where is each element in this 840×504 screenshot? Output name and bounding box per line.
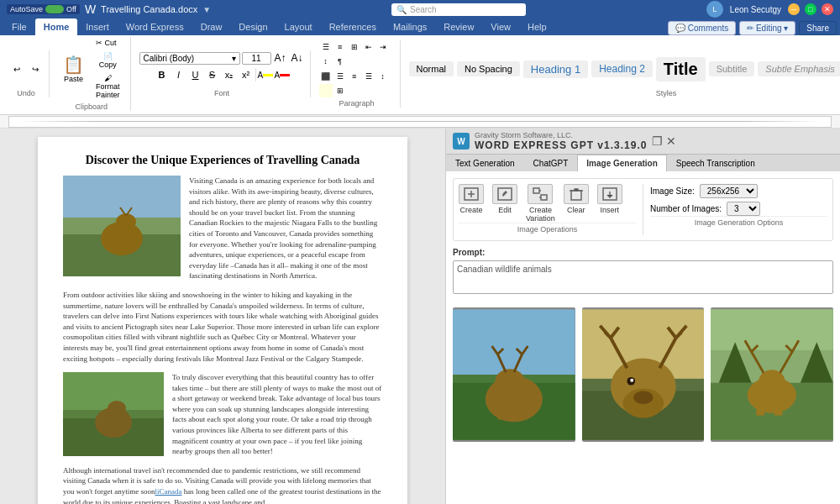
gpt-close-button[interactable]: ✕ (666, 134, 676, 148)
align-left-button[interactable]: ⬛ (319, 70, 333, 83)
font-family-value: Calibri (Body) (144, 54, 195, 63)
clear-op-button[interactable]: Clear (564, 184, 589, 214)
gpt-title-bar: W Gravity Storm Software, LLC. WORD EXPR… (446, 129, 840, 155)
gpt-tab-text-generation[interactable]: Text Generation (446, 155, 524, 171)
autosave-toggle[interactable] (45, 5, 64, 13)
list-multi-button[interactable]: ⊞ (348, 40, 361, 54)
svg-point-34 (630, 379, 633, 382)
gpt-resize-button[interactable]: ❐ (652, 134, 663, 148)
superscript-button[interactable]: x² (239, 67, 254, 82)
svg-rect-38 (711, 309, 833, 350)
tab-draw[interactable]: Draw (192, 18, 231, 35)
font-size-input[interactable]: 11 (242, 52, 271, 65)
tab-help[interactable]: Help (519, 18, 555, 35)
indent-decrease-button[interactable]: ⇤ (362, 40, 375, 54)
italic-button[interactable]: I (171, 67, 186, 82)
show-marks-button[interactable]: ¶ (333, 55, 347, 68)
tab-review[interactable]: Review (435, 18, 482, 35)
insert-op-button[interactable]: Insert (597, 184, 622, 214)
create-variation-op-button[interactable]: CreateVariation (526, 184, 555, 223)
main-area: Discover the Unique Experiences of Trave… (0, 129, 840, 504)
tab-design[interactable]: Design (230, 18, 276, 35)
justify-button[interactable]: ☰ (362, 70, 375, 83)
style-heading1-button[interactable]: Heading 1 (523, 60, 588, 78)
strikethrough-button[interactable]: S (205, 67, 220, 82)
tab-mailings[interactable]: Mailings (385, 18, 435, 35)
tab-layout[interactable]: Layout (276, 18, 321, 35)
styles-label: Styles (656, 89, 677, 97)
style-no-spacing-button[interactable]: No Spacing (457, 61, 520, 76)
borders-button[interactable]: ⊞ (333, 84, 347, 97)
doc-text-2: From outdoor activities like skiing and … (63, 290, 382, 364)
font-group: Calibri (Body) ▾ 11 A↑ A↓ B I U S x₂ x² (134, 50, 311, 97)
redo-button[interactable]: ↪ (27, 63, 44, 76)
generated-image-2 (582, 307, 705, 442)
clipboard-extra: ✂ Cut 📄 Copy 🖌 Format Painter (91, 37, 125, 101)
undo-group: ↩ ↪ Undo (3, 50, 50, 97)
doc-link[interactable]: liCanada (155, 487, 181, 496)
comments-button[interactable]: 💬 Comments (668, 21, 736, 35)
image-size-row: Image Size: 256x256 (650, 184, 827, 198)
search-bar[interactable]: 🔍 Search (391, 3, 526, 16)
editing-button[interactable]: ✏ Editing ▾ (739, 21, 795, 35)
tab-file[interactable]: File (3, 18, 35, 35)
shading-button[interactable] (319, 84, 333, 97)
gpt-tab-speech[interactable]: Speech Transcription (667, 155, 764, 171)
doc-text-4: Although international travel isn't reco… (63, 465, 382, 504)
styles-section: Normal No Spacing Heading 1 Heading 2 Ti… (409, 57, 840, 81)
doc-name: Travelling Canada.docx (101, 4, 197, 14)
align-right-button[interactable]: ≡ (348, 70, 361, 83)
align-center-button[interactable]: ☰ (333, 70, 347, 83)
font-grow-button[interactable]: A↑ (273, 50, 288, 66)
prompt-input[interactable]: Canadian wildlife animals (453, 260, 833, 294)
create-op-icon (459, 184, 484, 204)
style-subtitle-button[interactable]: Subtitle (709, 61, 755, 76)
style-title-button[interactable]: Title (656, 57, 706, 81)
ruler (8, 116, 832, 128)
tab-references[interactable]: References (321, 18, 385, 35)
maximize-button[interactable]: □ (805, 3, 816, 15)
line-spacing-button[interactable]: ↕ (376, 70, 390, 83)
font-color-button[interactable]: A (275, 67, 290, 82)
bold-button[interactable]: B (155, 67, 170, 82)
ribbon-tab-bar: File Home Insert Word Express Draw Desig… (0, 18, 840, 35)
format-painter-button[interactable]: 🖌 Format Painter (91, 72, 125, 101)
tab-home[interactable]: Home (35, 18, 78, 35)
num-images-select[interactable]: 3 (727, 202, 760, 216)
undo-buttons: ↩ ↪ (8, 50, 44, 87)
ribbon-content: ↩ ↪ Undo 📋 Paste ✂ Cut 📄 Copy 🖌 Format P… (0, 35, 840, 115)
tab-view[interactable]: View (482, 18, 519, 35)
tab-insert[interactable]: Insert (77, 18, 118, 35)
gpt-tab-image-generation[interactable]: Image Generation (577, 155, 666, 171)
create-op-button[interactable]: Create (459, 184, 484, 214)
undo-button[interactable]: ↩ (8, 63, 25, 76)
autosave-badge[interactable]: AutoSave Off (7, 4, 80, 14)
create-variation-label: CreateVariation (526, 206, 555, 223)
subscript-button[interactable]: x₂ (222, 67, 237, 82)
font-shrink-button[interactable]: A↓ (290, 50, 305, 66)
image-gen-opts: Image Size: 256x256 Number of Images: 3 (650, 184, 827, 216)
font-family-selector[interactable]: Calibri (Body) ▾ (139, 52, 240, 65)
style-normal-button[interactable]: Normal (409, 61, 454, 76)
gpt-tab-chatgpt[interactable]: ChatGPT (524, 155, 578, 171)
user-name: Leon Secutgy (730, 5, 781, 14)
tab-word-express[interactable]: Word Express (118, 18, 192, 35)
style-heading2-button[interactable]: Heading 2 (591, 60, 653, 77)
list-bullets-button[interactable]: ☰ (319, 40, 333, 54)
copy-button[interactable]: 📄 Copy (91, 50, 125, 71)
style-subtle-emphasis-button[interactable]: Subtle Emphasis (758, 61, 840, 76)
gpt-company: Gravity Storm Software, LLC. (475, 131, 647, 139)
edit-op-button[interactable]: Edit (492, 184, 517, 214)
sort-button[interactable]: ↕ (319, 55, 333, 68)
close-button[interactable]: ✕ (822, 3, 833, 15)
list-numbers-button[interactable]: ≡ (333, 40, 347, 54)
share-button[interactable]: Share (799, 21, 837, 35)
underline-button[interactable]: U (188, 67, 203, 82)
document-scroll[interactable]: Discover the Unique Experiences of Trave… (0, 129, 445, 504)
paste-button[interactable]: 📋 Paste (58, 53, 89, 85)
highlight-button[interactable]: A (258, 67, 273, 82)
indent-increase-button[interactable]: ⇥ (376, 40, 390, 54)
image-size-select[interactable]: 256x256 (700, 184, 758, 198)
minimize-button[interactable]: ─ (788, 3, 800, 15)
cut-button[interactable]: ✂ Cut (91, 37, 125, 49)
